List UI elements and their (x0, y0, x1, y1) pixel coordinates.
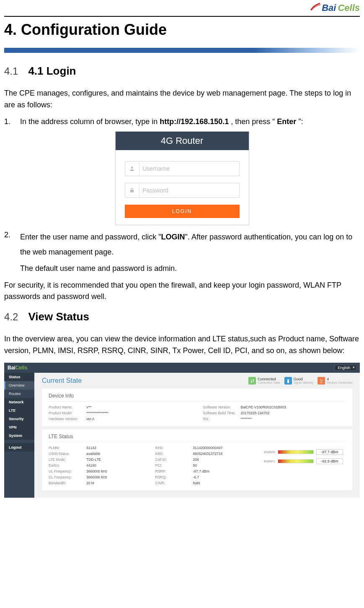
badge-connected: ⇄ ConnectedConnection State (248, 377, 280, 385)
lte-row: IMEI:860524031372715 (155, 451, 254, 457)
device-info-value: ******** (241, 417, 252, 421)
sidebar-item-status[interactable]: Status (4, 373, 34, 381)
sec41-intro: The CPE manages, configures, and maintai… (4, 88, 360, 111)
lte-value: 20 M (86, 481, 94, 485)
step2-pre: Enter the user name and password, click … (20, 233, 161, 241)
svg-rect-1 (130, 190, 134, 192)
step2-number: 2. (4, 229, 20, 260)
lte-row: UL Frequency:3660000 kHz (49, 468, 147, 474)
lte-value: available (86, 452, 101, 456)
lte-key: DL Frequency: (49, 475, 86, 479)
sec41-step1: 1. In the address column of browser, typ… (4, 116, 360, 128)
section-42-title: View Status (28, 310, 89, 323)
lte-key: RSRP: (155, 469, 193, 473)
sidebar-item-network[interactable]: Network (4, 398, 34, 406)
sidebar-item-logout[interactable]: Logout (4, 443, 34, 452)
step1-url: http://192.168.150.1 (160, 117, 229, 126)
sec41-step2: 2. Enter the user name and password, cli… (4, 229, 360, 260)
language-select[interactable]: English (335, 365, 356, 371)
device-info-row: Product Model:**************** (49, 410, 191, 416)
lte-value: 44190 (86, 463, 96, 468)
password-input[interactable] (139, 187, 239, 194)
badge1-bot: Connection State (258, 381, 280, 384)
meter-rsrp1-label: RSRP1 (260, 460, 275, 463)
device-info-key: Product Name: (49, 405, 86, 409)
lte-row: PLMN:31142 (49, 445, 147, 451)
lte-key: RSRQ: (155, 475, 193, 479)
page-title-h1: 4. Configuration Guide (4, 21, 360, 39)
lte-row: PCI:80 (155, 462, 254, 468)
sec41-default-creds: The default user name and password is ad… (4, 263, 360, 275)
lte-status-heading: LTE Status (49, 434, 346, 442)
brand-logo: Bai Cells (311, 3, 360, 13)
step1-text: In the address column of browser, type i… (20, 116, 360, 128)
username-field[interactable] (125, 161, 240, 176)
device-info-row: Product Name:V** (49, 404, 191, 410)
device-info-card: Device Info Product Name:V**Software Ver… (42, 389, 352, 426)
shot-topbar: BaiCells English (4, 363, 360, 373)
lte-value: 3660000 kHz (86, 469, 107, 473)
device-info-row: SN:******** (203, 416, 346, 422)
signal-icon: ▮ (284, 377, 292, 385)
login-button[interactable]: LOGIN (125, 205, 240, 218)
header-rule (4, 16, 360, 17)
lte-status-card: LTE Status PLMN:31142IMSI:31142000000049… (42, 429, 352, 490)
badge2-bot: Signal Intensity (294, 381, 313, 384)
section-42-heading: 4.2 View Status (4, 310, 360, 323)
device-info-row: Software Build Time:20170225-194702 (203, 410, 346, 416)
devices-icon: ▯ (318, 377, 325, 385)
device-info-value: V** (86, 405, 91, 409)
lte-row: LTE Mode:TDD-LTE (49, 457, 147, 462)
lte-row: USIM Status:available (49, 451, 147, 457)
sidebar-item-routes[interactable]: Routes (4, 390, 34, 398)
device-info-value: 20170225-194702 (241, 411, 270, 415)
shot-main: Current State ⇄ ConnectedConnection Stat… (34, 373, 360, 498)
shot-logo-cells: Cells (15, 365, 28, 371)
lte-value: 80 (193, 463, 197, 468)
device-info-row: Software Version:BaiCPE-V100R001C01B003 (203, 404, 346, 410)
lte-key: PCI: (155, 463, 193, 468)
section-41-heading: 4.1 4.1 Login (4, 65, 360, 78)
lte-key: Earfcn: (49, 463, 86, 468)
lte-value: 208 (193, 457, 199, 462)
sec41-security-note: For security, it is recommended that you… (4, 280, 360, 303)
sidebar-item-vpn[interactable]: VPN (4, 423, 34, 431)
lte-row: Earfcn:44190 (49, 462, 147, 468)
step2-bold: LOGIN (161, 233, 185, 241)
lte-key: IMSI: (155, 446, 193, 450)
meter-bar-icon (278, 450, 314, 454)
sidebar-item-lte[interactable]: LTE (4, 406, 34, 415)
badge3-top: 4 (327, 377, 352, 381)
step2-text: Enter the user name and password, click … (20, 229, 360, 260)
lte-row: RSRQ:-6.7 (155, 474, 254, 480)
sec42-body: In the overview area, you can view the d… (4, 333, 360, 357)
lte-value: 3660000 kHz (86, 475, 107, 479)
lock-icon (125, 183, 139, 197)
badge-signal: ▮ GoodSignal Intensity (284, 377, 313, 385)
current-state-title: Current State (42, 377, 82, 385)
sidebar-item-security[interactable]: Security (4, 415, 34, 423)
section-42-num: 4.2 (4, 311, 18, 323)
lte-row: Bandwidth:20 M (49, 480, 147, 486)
lte-key: PLMN: (49, 446, 86, 450)
lte-value: 860524031372715 (193, 452, 223, 456)
lte-row: DL Frequency:3660000 kHz (49, 474, 147, 480)
username-input[interactable] (139, 165, 239, 172)
device-info-key: Hardware Version: (49, 417, 86, 421)
logo-text-bai: Bai (322, 3, 336, 13)
lte-key: Cell ID: (155, 457, 193, 462)
meter-rsrp1-value: -92.9 dBm (316, 458, 343, 464)
login-banner: 4G Router (116, 132, 249, 150)
lte-key: CINR: (155, 481, 193, 485)
sidebar-item-overview[interactable]: Overview (4, 381, 34, 390)
device-info-value: ver.A (86, 417, 94, 421)
lte-key: LTE Mode: (49, 457, 86, 462)
meter-rsrp0-label: RSRP0 (260, 450, 275, 454)
lte-value: -97.7 dBm (193, 469, 209, 473)
sidebar-item-system[interactable]: System (4, 431, 34, 440)
device-info-key: Software Version: (203, 405, 241, 409)
password-field[interactable] (125, 183, 240, 198)
status-badges: ⇄ ConnectedConnection State ▮ GoodSignal… (248, 377, 352, 385)
section-41-title: 4.1 Login (28, 65, 76, 78)
lte-row: IMSI:311420000000497 (155, 445, 254, 451)
